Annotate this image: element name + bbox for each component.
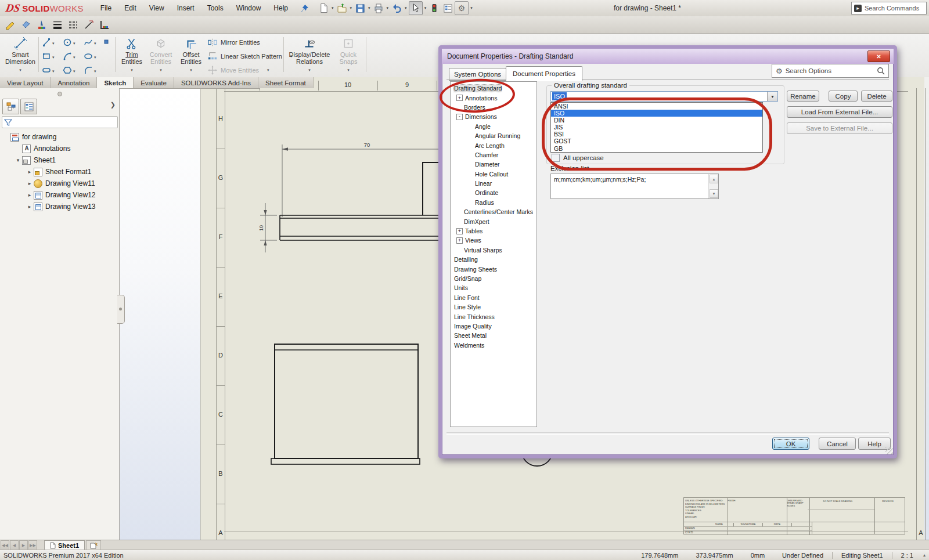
fillet-tool[interactable]: ▾	[84, 66, 96, 75]
menu-tools[interactable]: Tools	[201, 0, 230, 16]
display-pane-tab[interactable]	[20, 99, 37, 114]
slot-dropdown-icon[interactable]: ▾	[52, 69, 55, 74]
dialog-titlebar[interactable]: Document Properties - Drafting Standard	[442, 49, 894, 64]
feature-tree-item-annotations[interactable]: Annotations	[0, 143, 118, 154]
tree-filter-box[interactable]	[2, 116, 118, 128]
panel-handle-dot[interactable]	[57, 92, 62, 96]
ellipse-tool[interactable]: ▾	[84, 52, 96, 61]
dialog-tree-item-line-thickness[interactable]: Line Thickness	[451, 312, 536, 321]
dialog-tree-item-angle[interactable]: Angle	[451, 122, 536, 131]
dialog-tree-item-virtual-sharps[interactable]: Virtual Sharps	[451, 245, 536, 255]
feature-manager-tab[interactable]	[2, 99, 19, 114]
linear-sketch-pattern-button[interactable]: Linear Sketch Pattern ▾	[208, 51, 292, 62]
print-dropdown-icon[interactable]: ▾	[387, 6, 389, 10]
rename-button[interactable]: Rename	[787, 91, 819, 102]
dialog-tree-item-line-font[interactable]: Line Font	[451, 293, 536, 302]
combobox-dropdown-icon[interactable]: ▼	[767, 92, 777, 101]
expand-arrow-icon[interactable]: ▸	[26, 204, 34, 209]
dialog-tree-item-drawing-sheets[interactable]: Drawing Sheets	[451, 264, 536, 273]
open-icon[interactable]	[336, 2, 348, 15]
save-dropdown-icon[interactable]: ▾	[368, 6, 370, 10]
dialog-tree-item-units[interactable]: Units	[451, 283, 536, 292]
menu-help[interactable]: Help	[267, 0, 294, 16]
dialog-tree-item-image-quality[interactable]: Image Quality	[451, 321, 536, 331]
expand-arrow-icon[interactable]: ▾	[14, 157, 22, 163]
circle-dropdown-icon[interactable]: ▾	[73, 41, 75, 46]
hide-show-edges-icon[interactable]	[83, 19, 95, 31]
open-dropdown-icon[interactable]: ▾	[350, 6, 352, 10]
dialog-tree-item-ordinate[interactable]: Ordinate	[451, 188, 536, 197]
panel-expand-chevron[interactable]: ❯	[110, 101, 116, 109]
delete-button[interactable]: Delete	[861, 91, 892, 102]
dialog-tree-item-weldments[interactable]: Weldments	[451, 341, 536, 350]
dialog-tree-item-diameter[interactable]: Diameter	[451, 160, 536, 169]
save-icon[interactable]	[354, 2, 366, 15]
line-thickness-icon[interactable]	[52, 19, 63, 31]
tab-document-properties[interactable]: Document Properties	[506, 66, 582, 81]
dialog-tree-item-dimensions[interactable]: -Dimensions	[451, 112, 536, 121]
new-dropdown-icon[interactable]: ▾	[332, 6, 334, 10]
dialog-tree-item-arc-length[interactable]: Arc Length	[451, 140, 536, 150]
ellipse-dropdown-icon[interactable]: ▾	[94, 55, 96, 60]
spline-dropdown-icon[interactable]: ▾	[94, 41, 96, 46]
first-sheet-icon[interactable]: ◀◀	[1, 540, 9, 550]
expand-plus-icon[interactable]: +	[456, 237, 463, 244]
dialog-tree-item-dimxpert[interactable]: DimXpert	[451, 216, 536, 226]
fillet-dropdown-icon[interactable]: ▾	[94, 69, 96, 74]
polygon-dropdown-icon[interactable]: ▾	[73, 69, 75, 74]
pin-icon[interactable]	[300, 4, 309, 13]
mirror-entities-button[interactable]: Mirror Entities	[208, 37, 260, 48]
polygon-tool[interactable]: ▾	[63, 66, 75, 75]
next-sheet-icon[interactable]: ▶	[19, 540, 28, 550]
expand-plus-icon[interactable]: +	[456, 228, 463, 234]
dialog-tree-item-tables[interactable]: +Tables	[451, 226, 536, 236]
select-cursor-icon[interactable]	[409, 1, 423, 15]
options-gear-icon[interactable]: ⚙	[455, 1, 469, 15]
line-tool[interactable]: ▾	[42, 38, 55, 47]
tab-solidworks-add-ins[interactable]: SOLIDWORKS Add-Ins	[174, 77, 258, 88]
dialog-tree-item-sheet-metal[interactable]: Sheet Metal	[451, 331, 536, 340]
line-dropdown-icon[interactable]: ▾	[52, 41, 55, 46]
tab-sheet-format[interactable]: Sheet Format	[258, 77, 314, 88]
print-icon[interactable]	[372, 2, 385, 15]
select-dropdown-icon[interactable]: ▾	[424, 6, 427, 10]
tab-annotation[interactable]: Annotation	[51, 77, 97, 88]
paint-format-icon[interactable]	[36, 19, 48, 31]
feature-tree-item-sheet-format1[interactable]: ▸Sheet Format1	[0, 166, 118, 178]
smart-dimension-dropdown-icon[interactable]: ▾	[19, 67, 21, 74]
undo-icon[interactable]	[390, 2, 403, 15]
smart-dimension-button[interactable]: SmartDimension ▾	[3, 36, 37, 74]
trim-dropdown-icon[interactable]: ▾	[131, 67, 133, 74]
dialog-tree-item-centerlines-center-marks[interactable]: Centerlines/Center Marks	[451, 207, 536, 216]
feature-tree-item-sheet1[interactable]: ▾Sheet1	[0, 154, 118, 166]
expand-arrow-icon[interactable]: ▸	[26, 192, 34, 198]
add-sheet-tab[interactable]	[86, 540, 101, 550]
dialog-tree-item-line-style[interactable]: Line Style	[451, 302, 536, 312]
tab-evaluate[interactable]: Evaluate	[134, 77, 174, 88]
sheet1-tab[interactable]: Sheet1	[44, 540, 85, 550]
ok-button[interactable]: OK	[772, 438, 809, 450]
line-style-icon[interactable]	[67, 19, 79, 31]
display-delete-relations-button[interactable]: Display/DeleteRelations ▾	[287, 36, 332, 74]
panel-splitter-handle[interactable]	[117, 295, 125, 324]
copy-button[interactable]: Copy	[829, 91, 858, 102]
last-sheet-icon[interactable]: ▶▶	[28, 540, 37, 550]
undo-dropdown-icon[interactable]: ▾	[405, 6, 407, 10]
rectangle-tool[interactable]: ▾	[42, 52, 55, 61]
scroll-up-icon[interactable]: ▲	[710, 175, 718, 183]
dialog-tree-item-angular-running[interactable]: Angular Running	[451, 131, 536, 140]
offset-dropdown-icon[interactable]: ▾	[190, 67, 192, 74]
feature-tree-item-drawing-view11[interactable]: ▸Drawing View11	[0, 178, 118, 189]
dialog-tree-item-grid-snap[interactable]: Grid/Snap	[451, 274, 536, 283]
exclusion-list-textarea[interactable]: m;mm;cm;km;um;µm;nm;s;Hz;Pa; ▲ ▼	[550, 174, 719, 199]
menu-view[interactable]: View	[143, 0, 171, 16]
load-from-external-file-button[interactable]: Load From External File...	[787, 106, 892, 118]
cancel-button[interactable]: Cancel	[819, 438, 856, 450]
point-tool[interactable]	[103, 39, 109, 45]
search-commands-box[interactable]: ▸ Search Commands	[851, 2, 927, 15]
menu-edit[interactable]: Edit	[118, 0, 143, 16]
dialog-tree-item-hole-callout[interactable]: Hole Callout	[451, 169, 536, 179]
expand-arrow-icon[interactable]: ▸	[26, 180, 34, 186]
file-properties-icon[interactable]	[441, 2, 454, 15]
offset-entities-button[interactable]: OffsetEntities ▾	[178, 36, 204, 74]
